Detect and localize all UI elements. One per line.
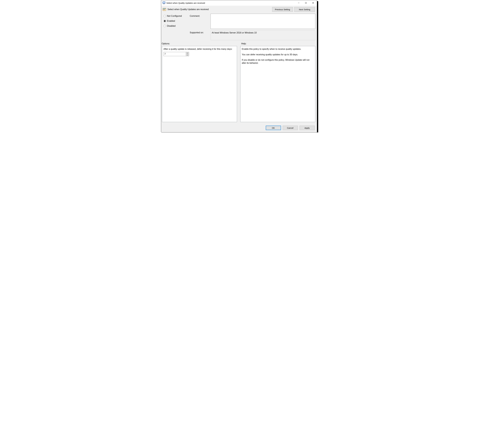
help-paragraph-2: You can defer receiving quality updates … bbox=[242, 53, 313, 56]
help-pane: Enable this policy to specify when to re… bbox=[240, 46, 315, 122]
radio-enabled-input[interactable] bbox=[164, 20, 166, 22]
app-icon bbox=[163, 1, 165, 4]
supported-on-label: Supported on: bbox=[190, 29, 211, 34]
window-controls bbox=[295, 0, 317, 5]
svg-rect-4 bbox=[305, 2, 307, 4]
comment-label: Comment: bbox=[190, 14, 211, 17]
radio-enabled-label: Enabled bbox=[167, 20, 175, 22]
options-pane: After a quality update is released, defe… bbox=[162, 46, 237, 122]
window-title: Select when Quality Updates are received bbox=[166, 2, 295, 4]
help-label: Help: bbox=[241, 43, 316, 45]
comment-textarea[interactable] bbox=[211, 14, 315, 29]
section-labels: Options: Help: bbox=[161, 40, 317, 46]
help-paragraph-3: If you disable or do not configure this … bbox=[242, 58, 313, 64]
policy-editor-window: Select when Quality Updates are received bbox=[161, 0, 317, 132]
options-label: Options: bbox=[162, 43, 237, 45]
spinner-down-button[interactable]: ▼ bbox=[186, 54, 189, 56]
policy-icon bbox=[163, 8, 166, 11]
svg-rect-10 bbox=[163, 10, 165, 10]
previous-setting-button[interactable]: Previous Setting bbox=[272, 7, 293, 12]
radio-not-configured-input[interactable] bbox=[164, 15, 166, 17]
ok-button[interactable]: OK bbox=[266, 126, 281, 130]
radio-not-configured-label: Not Configured bbox=[167, 15, 182, 17]
supported-on-text bbox=[211, 31, 315, 40]
radio-enabled[interactable]: Enabled bbox=[164, 20, 190, 22]
close-button[interactable] bbox=[309, 0, 317, 5]
radio-disabled[interactable]: Disabled bbox=[164, 25, 190, 27]
radio-disabled-label: Disabled bbox=[167, 25, 176, 27]
defer-days-label: After a quality update is released, defe… bbox=[164, 48, 235, 51]
help-paragraph-1: Enable this policy to specify when to re… bbox=[242, 48, 313, 51]
client-area: Select when Quality Updates are received… bbox=[161, 6, 317, 132]
svg-rect-9 bbox=[163, 9, 165, 9]
defer-days-spinner[interactable]: ▲ ▼ bbox=[164, 52, 189, 56]
svg-rect-1 bbox=[163, 2, 165, 3]
apply-button[interactable]: Apply bbox=[300, 126, 315, 130]
spinner-up-button[interactable]: ▲ bbox=[186, 52, 189, 54]
policy-header: Select when Quality Updates are received… bbox=[161, 6, 317, 14]
defer-days-input[interactable] bbox=[164, 52, 186, 56]
policy-meta: Not Configured Enabled Disabled Comment:… bbox=[161, 14, 317, 40]
radio-not-configured[interactable]: Not Configured bbox=[164, 15, 190, 17]
cancel-button[interactable]: Cancel bbox=[283, 126, 298, 130]
spinner-buttons: ▲ ▼ bbox=[186, 52, 189, 56]
maximize-button[interactable] bbox=[302, 0, 309, 5]
svg-rect-8 bbox=[163, 8, 166, 9]
radio-disabled-input[interactable] bbox=[164, 25, 166, 27]
next-setting-button[interactable]: Next Setting bbox=[294, 7, 315, 12]
state-radio-group: Not Configured Enabled Disabled bbox=[163, 14, 190, 27]
svg-rect-2 bbox=[164, 4, 164, 4]
minimize-button[interactable] bbox=[295, 0, 302, 5]
dialog-footer: OK Cancel Apply bbox=[161, 124, 317, 132]
panes: After a quality update is released, defe… bbox=[161, 46, 317, 124]
policy-title: Select when Quality Updates are received bbox=[168, 8, 272, 11]
titlebar: Select when Quality Updates are received bbox=[161, 0, 317, 6]
